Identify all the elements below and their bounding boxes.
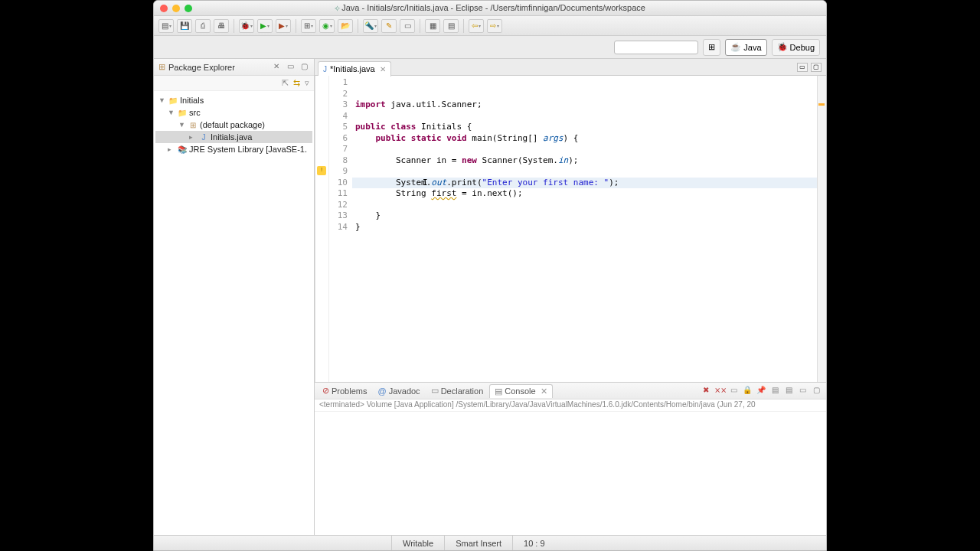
- eclipse-window: ⟡Java - Initials/src/Initials.java - Ecl…: [153, 0, 827, 551]
- editor-minimize-icon[interactable]: ▭: [797, 63, 808, 72]
- collapse-all-icon[interactable]: ⇱: [282, 78, 289, 88]
- forward-button[interactable]: ⇨: [487, 19, 502, 33]
- marker-ruler: !: [315, 76, 329, 382]
- status-writable: Writable: [391, 536, 444, 550]
- task-button[interactable]: ▭: [400, 19, 415, 33]
- run-button[interactable]: ▶: [257, 19, 273, 33]
- new-package-button[interactable]: ⊞: [301, 19, 316, 33]
- maximize-view-icon[interactable]: ▢: [299, 62, 309, 73]
- window-title: ⟡Java - Initials/src/Initials.java - Ecl…: [154, 3, 826, 13]
- perspective-bar: ⊞ ☕Java 🐞Debug: [154, 36, 826, 59]
- editor-maximize-icon[interactable]: ▢: [811, 63, 822, 72]
- tree-jre-library[interactable]: ▸📚JRE System Library [JavaSE-1.: [155, 143, 312, 155]
- close-view-icon[interactable]: ✕: [271, 62, 282, 73]
- status-cursor-position: 10 : 9: [512, 536, 556, 550]
- overview-ruler[interactable]: [817, 76, 826, 382]
- scroll-lock-icon[interactable]: 🔒: [742, 386, 753, 396]
- tree-src[interactable]: ▼📁src: [155, 106, 312, 119]
- minimize-view-icon[interactable]: ▭: [285, 62, 296, 73]
- tree-project[interactable]: ▼📁Initials: [155, 94, 312, 106]
- status-bar: Writable Smart Insert 10 : 9: [154, 535, 826, 550]
- main-toolbar: ▤ 💾 ⎙ 🖶 🐞 ▶ ▶ ⊞ ◉ 📂 🔦 ✎ ▭ ▦ ▤ ⇦ ⇨: [154, 16, 826, 36]
- package-explorer-icon: ⊞: [158, 62, 165, 72]
- display-console-icon[interactable]: ▤: [769, 386, 780, 396]
- text-cursor: I: [423, 178, 423, 187]
- java-perspective-button[interactable]: ☕Java: [725, 39, 766, 56]
- status-insert-mode: Smart Insert: [444, 536, 512, 550]
- min-panel-icon[interactable]: ▭: [797, 386, 808, 396]
- java-file-icon: J: [323, 65, 327, 73]
- editor-area: J *Initials.java ✕ ▭ ▢ ! 123 456 789 101…: [315, 59, 826, 535]
- overview-warning-marker[interactable]: [818, 103, 825, 106]
- package-explorer-toolbar: ⇱ ⇆ ▿: [154, 76, 314, 91]
- main-area: ⊞ Package Explorer ✕ ▭ ▢ ⇱ ⇆ ▿ ▼📁Initial…: [154, 59, 826, 535]
- open-perspective-button[interactable]: ⊞: [703, 39, 720, 56]
- outline-button[interactable]: ▤: [443, 19, 459, 33]
- project-tree[interactable]: ▼📁Initials ▼📁src ▼⊞(default package) ▸JI…: [154, 91, 314, 535]
- link-editor-icon[interactable]: ⇆: [293, 78, 300, 88]
- code-text[interactable]: import java.util.Scanner; public class I…: [352, 76, 817, 382]
- editor-tab-bar: J *Initials.java ✕ ▭ ▢: [315, 59, 826, 76]
- open-type-button[interactable]: 📂: [338, 19, 353, 33]
- tab-problems[interactable]: ⊘Problems: [318, 384, 371, 397]
- remove-all-launches-icon[interactable]: ⨯⨯: [714, 386, 725, 396]
- tab-declaration[interactable]: ▭Declaration: [426, 384, 488, 397]
- debug-button[interactable]: 🐞: [239, 19, 254, 33]
- bottom-tabs: ⊘Problems @Javadoc ▭Declaration ▤Console…: [315, 383, 826, 399]
- tab-javadoc[interactable]: @Javadoc: [373, 385, 424, 397]
- toggle-mark-button[interactable]: ✎: [381, 19, 397, 33]
- package-explorer-view: ⊞ Package Explorer ✕ ▭ ▢ ⇱ ⇆ ▿ ▼📁Initial…: [154, 59, 315, 535]
- editor-tab-initials[interactable]: J *Initials.java ✕: [318, 61, 391, 77]
- tab-console[interactable]: ▤Console✕: [489, 384, 552, 398]
- new-class-button[interactable]: ◉: [319, 19, 335, 33]
- view-menu-icon[interactable]: ▿: [305, 78, 309, 88]
- open-console-icon[interactable]: ▤: [783, 386, 794, 396]
- editor-tab-label: *Initials.java: [330, 64, 375, 73]
- save-button[interactable]: 💾: [177, 19, 192, 33]
- max-panel-icon[interactable]: ▢: [811, 386, 822, 396]
- bottom-panel: ⊘Problems @Javadoc ▭Declaration ▤Console…: [315, 382, 826, 535]
- package-explorer-title: Package Explorer: [168, 63, 268, 72]
- remove-launch-icon[interactable]: ✖: [701, 386, 711, 396]
- quick-access-input[interactable]: [614, 41, 698, 54]
- close-tab-icon[interactable]: ✕: [380, 65, 386, 73]
- line-numbers: 123 456 789 101112 1314: [329, 76, 352, 382]
- warning-marker-icon[interactable]: !: [317, 166, 326, 175]
- tree-package[interactable]: ▼⊞(default package): [155, 119, 312, 131]
- titlebar: ⟡Java - Initials/src/Initials.java - Ecl…: [154, 1, 826, 16]
- tree-java-file[interactable]: ▸JInitials.java: [155, 131, 312, 143]
- console-output[interactable]: [315, 412, 826, 535]
- nav-button[interactable]: ▦: [425, 19, 440, 33]
- code-editor[interactable]: ! 123 456 789 101112 1314 import java.ut…: [315, 76, 826, 382]
- console-launch-info: <terminated> Volume [Java Application] /…: [315, 399, 826, 412]
- debug-perspective-button[interactable]: 🐞Debug: [772, 39, 820, 56]
- print-button[interactable]: 🖶: [214, 19, 229, 33]
- run-last-button[interactable]: ▶: [276, 19, 291, 33]
- clear-console-icon[interactable]: ▭: [728, 386, 739, 396]
- pin-console-icon[interactable]: 📌: [756, 386, 766, 396]
- package-explorer-header: ⊞ Package Explorer ✕ ▭ ▢: [154, 59, 314, 76]
- back-button[interactable]: ⇦: [469, 19, 484, 33]
- save-all-button[interactable]: ⎙: [195, 19, 211, 33]
- new-button[interactable]: ▤: [158, 19, 174, 33]
- search-button[interactable]: 🔦: [363, 19, 378, 33]
